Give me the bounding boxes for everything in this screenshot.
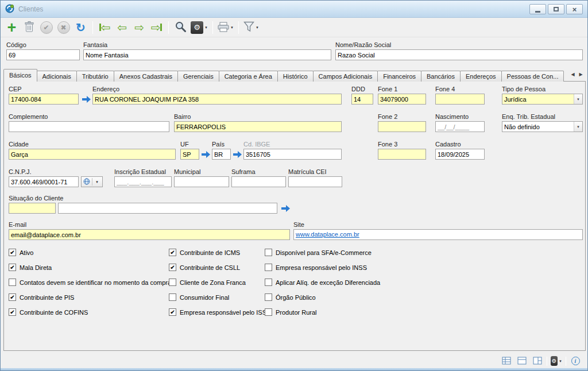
tab-financeiros[interactable]: Financeiros xyxy=(377,71,421,82)
tab-basicos[interactable]: Básicos xyxy=(3,69,37,82)
razao-social-input[interactable] xyxy=(335,49,583,60)
checkbox-contribuinte-icms[interactable]: Contribuinte de ICMS xyxy=(169,249,240,256)
view-split-button[interactable] xyxy=(531,355,544,366)
checkbox-consumidor-final[interactable]: Consumidor Final xyxy=(169,293,229,301)
checkbox-contribuinte-cofins[interactable]: Contribuinte de COFINS xyxy=(9,308,88,316)
first-record-button[interactable]: ⇦ xyxy=(97,20,113,36)
tab-pessoas-de-contato[interactable]: Pessoas de Con... xyxy=(501,71,564,82)
filter-dropdown-button[interactable]: ▼ xyxy=(243,20,260,36)
last-record-button[interactable]: ⇨ xyxy=(149,20,164,36)
endereco-input[interactable] xyxy=(92,94,342,105)
close-button[interactable]: × xyxy=(566,4,583,14)
cadastro-input[interactable] xyxy=(435,149,485,160)
tipo-pessoa-select[interactable]: Jurídica ▼ xyxy=(502,94,583,105)
checkbox-zona-franca-box[interactable] xyxy=(169,279,176,286)
checkbox-contribuinte-pis[interactable]: Contribuinte de PIS xyxy=(9,293,74,301)
fone4-input[interactable] xyxy=(435,94,485,105)
fantasia-input[interactable] xyxy=(83,49,331,60)
checkbox-sfa-ecommerce[interactable]: Disponível para SFA/e-Commerce xyxy=(265,249,372,256)
tab-enderecos[interactable]: Endereços xyxy=(460,71,502,82)
inscricao-estadual-input[interactable] xyxy=(114,176,172,187)
checkbox-contribuinte-csll-box[interactable] xyxy=(169,264,176,271)
checkbox-responsavel-inss[interactable]: Empresa responsável pelo INSS xyxy=(265,264,367,271)
tab-scroll-right-icon[interactable]: ▶ xyxy=(578,72,584,77)
add-record-button[interactable]: + xyxy=(4,20,20,36)
matricula-cei-input[interactable] xyxy=(288,176,342,187)
pais-input[interactable] xyxy=(212,149,231,160)
tab-tributario[interactable]: Tributário xyxy=(76,71,114,82)
situacao-cliente-desc-input[interactable] xyxy=(58,203,277,214)
email-input[interactable] xyxy=(9,229,290,240)
info-button[interactable]: i xyxy=(569,355,582,366)
tab-campos-adicionais[interactable]: Campos Adicionais xyxy=(313,71,378,82)
uf-input[interactable] xyxy=(180,149,199,160)
cnpj-input[interactable] xyxy=(9,176,79,187)
previous-record-button[interactable]: ⇦ xyxy=(114,20,130,36)
checkbox-ativo-box[interactable] xyxy=(9,249,16,256)
checkbox-sfa-ecommerce-box[interactable] xyxy=(265,249,272,256)
fone1-input[interactable] xyxy=(378,94,426,105)
cnpj-consult-dropdown-button[interactable]: ▼ xyxy=(81,176,103,187)
tab-bancarios[interactable]: Bancários xyxy=(421,71,461,82)
settings-dropdown-button[interactable]: ⚙ ▼ xyxy=(190,20,208,36)
checkbox-orgao-publico-box[interactable] xyxy=(265,293,272,301)
statusbar-settings-button[interactable]: ⚙ ▼ xyxy=(550,355,563,366)
checkbox-produtor-rural[interactable]: Produtor Rural xyxy=(265,308,317,316)
checkbox-orgao-publico[interactable]: Órgão Público xyxy=(265,293,316,301)
cd-ibge-input[interactable] xyxy=(243,149,342,160)
fone2-input[interactable] xyxy=(378,121,426,132)
codigo-input[interactable] xyxy=(6,49,80,60)
checkbox-contribuinte-pis-box[interactable] xyxy=(9,293,16,301)
search-button[interactable] xyxy=(173,20,188,36)
ddd-input[interactable] xyxy=(351,94,373,105)
nascimento-input[interactable] xyxy=(435,121,485,132)
tab-anexos-cadastrais[interactable]: Anexos Cadastrais xyxy=(114,71,178,82)
site-link[interactable]: www.dataplace.com.br xyxy=(296,231,359,238)
cidade-input[interactable] xyxy=(9,149,176,160)
checkbox-aliq-excecao-box[interactable] xyxy=(265,279,272,286)
checkbox-consumidor-final-box[interactable] xyxy=(169,293,176,301)
tab-categoria-e-area[interactable]: Categoria e Área xyxy=(219,71,278,82)
cep-input[interactable] xyxy=(9,94,79,105)
cancel-button[interactable]: ✖ xyxy=(56,20,71,36)
checkbox-produtor-rural-box[interactable] xyxy=(265,308,272,316)
checkbox-responsavel-iss[interactable]: Empresa responsável pelo ISS xyxy=(169,308,266,316)
tab-gerenciais[interactable]: Gerenciais xyxy=(177,71,219,82)
next-record-button[interactable]: ⇨ xyxy=(131,20,147,36)
enq-trib-estadual-select[interactable]: Não definido ▼ xyxy=(502,121,583,132)
print-dropdown-button[interactable]: ▼ xyxy=(217,20,234,36)
checkbox-zona-franca[interactable]: Cliente de Zona Franca xyxy=(169,279,246,286)
checkbox-contribuinte-cofins-box[interactable] xyxy=(9,308,16,316)
cep-lookup-arrow-icon[interactable] xyxy=(82,95,91,103)
checkbox-mala-direta-box[interactable] xyxy=(9,264,16,271)
view-grid-button[interactable] xyxy=(500,355,513,366)
checkbox-contribuinte-icms-box[interactable] xyxy=(169,249,176,256)
checkbox-contatos-identificar-box[interactable] xyxy=(9,279,16,286)
checkbox-mala-direta[interactable]: Mala Direta xyxy=(9,264,52,271)
checkbox-contatos-identificar[interactable]: Contatos devem se identificar no momento… xyxy=(9,279,171,286)
checkbox-contribuinte-csll[interactable]: Contribuinte de CSLL xyxy=(169,264,240,271)
confirm-button[interactable]: ✔ xyxy=(38,20,54,36)
tab-scroll-left-icon[interactable]: ◀ xyxy=(570,72,576,77)
fone3-input[interactable] xyxy=(378,149,426,160)
tab-adicionais[interactable]: Adicionais xyxy=(37,71,77,82)
checkbox-responsavel-inss-box[interactable] xyxy=(265,264,272,271)
minimize-button[interactable] xyxy=(529,4,546,14)
checkbox-aliq-excecao[interactable]: Aplicar Alíq. de exceção Diferenciada xyxy=(265,279,380,286)
municipal-input[interactable] xyxy=(174,176,229,187)
situacao-cliente-code-input[interactable] xyxy=(9,203,56,214)
suframa-input[interactable] xyxy=(231,176,286,187)
situacao-lookup-arrow-icon[interactable] xyxy=(281,204,290,212)
delete-record-button[interactable] xyxy=(21,20,37,36)
tab-historico[interactable]: Histórico xyxy=(277,71,314,82)
maximize-button[interactable] xyxy=(548,4,564,14)
chevron-down-icon[interactable]: ▼ xyxy=(574,122,582,132)
checkbox-ativo[interactable]: Ativo xyxy=(9,249,33,256)
view-form-button[interactable] xyxy=(516,355,528,366)
chevron-down-icon[interactable]: ▼ xyxy=(574,94,582,104)
refresh-button[interactable]: ↻ xyxy=(73,20,88,36)
uf-lookup-arrow-icon[interactable] xyxy=(201,150,210,159)
checkbox-responsavel-iss-box[interactable] xyxy=(169,308,176,316)
bairro-input[interactable] xyxy=(174,121,342,132)
pais-lookup-arrow-icon[interactable] xyxy=(233,150,242,159)
